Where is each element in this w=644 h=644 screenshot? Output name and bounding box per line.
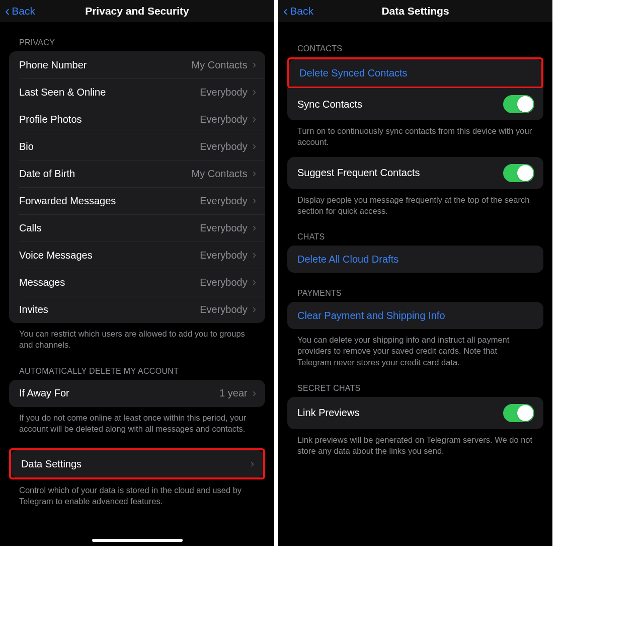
highlight-delete-synced: Delete Synced Contacts [287,57,543,89]
row-dob[interactable]: Date of Birth My Contacts › [9,160,265,187]
row-label: Data Settings [21,458,246,470]
row-label: Delete All Cloud Drafts [297,254,534,265]
row-value: Everybody [200,114,248,125]
payments-footer: You can delete your shipping info and in… [278,329,552,368]
row-label: Suggest Frequent Contacts [297,167,503,179]
back-button[interactable]: ‹ Back [283,4,313,18]
row-messages[interactable]: Messages Everybody › [9,269,265,296]
back-label: Back [12,5,35,17]
contacts-group-rest: Sync Contacts [287,88,543,120]
row-phone-number[interactable]: Phone Number My Contacts › [9,51,265,78]
autodelete-group: If Away For 1 year › [9,380,265,407]
row-label: Delete Synced Contacts [299,67,532,79]
link-previews-toggle[interactable] [503,404,534,422]
chevron-right-icon: › [253,276,256,289]
row-value: Everybody [200,222,248,234]
row-value: Everybody [200,277,248,288]
row-delete-synced-contacts[interactable]: Delete Synced Contacts [289,59,541,87]
row-label: If Away For [19,387,219,399]
privacy-security-screen: ‹ Back Privacy and Security PRIVACY Phon… [0,0,274,546]
row-clear-payment-info[interactable]: Clear Payment and Shipping Info [287,302,543,329]
row-label: Profile Photos [19,114,200,125]
row-suggest-frequent[interactable]: Suggest Frequent Contacts [287,157,543,189]
chevron-right-icon: › [253,194,256,207]
chevron-right-icon: › [253,113,256,126]
chevron-right-icon: › [251,457,254,470]
chevron-right-icon: › [253,167,256,180]
sync-contacts-toggle[interactable] [503,95,534,113]
row-label: Bio [19,141,200,152]
link-previews-footer: Link previews will be generated on Teleg… [278,429,552,457]
row-label: Calls [19,222,200,234]
section-header-contacts: CONTACTS [278,22,552,57]
row-label: Messages [19,277,200,288]
chevron-left-icon: ‹ [5,4,10,18]
privacy-footer: You can restrict which users are allowed… [0,323,274,351]
privacy-group: Phone Number My Contacts › Last Seen & O… [9,51,265,323]
chevron-right-icon: › [253,58,256,71]
row-bio[interactable]: Bio Everybody › [9,133,265,160]
row-last-seen[interactable]: Last Seen & Online Everybody › [9,78,265,106]
row-delete-cloud-drafts[interactable]: Delete All Cloud Drafts [287,246,543,273]
row-value: Everybody [200,141,248,152]
section-header-privacy: PRIVACY [0,22,274,51]
section-header-payments: PAYMENTS [278,273,552,302]
row-label: Phone Number [19,59,192,71]
row-label: Sync Contacts [297,99,503,110]
row-value: Everybody [200,195,248,207]
suggest-toggle[interactable] [503,164,534,182]
row-label: Date of Birth [19,168,192,180]
chevron-right-icon: › [253,221,256,234]
data-settings-screen: ‹ Back Data Settings CONTACTS Delete Syn… [278,0,552,546]
row-invites[interactable]: Invites Everybody › [9,296,265,323]
row-voice-msgs[interactable]: Voice Messages Everybody › [9,242,265,269]
row-label: Invites [19,304,200,315]
page-title: Privacy and Security [0,5,274,17]
chevron-right-icon: › [253,249,256,262]
chevron-right-icon: › [253,86,256,99]
section-header-autodelete: AUTOMATICALLY DELETE MY ACCOUNT [0,351,274,380]
chevron-right-icon: › [253,303,256,316]
chats-group: Delete All Cloud Drafts [287,246,543,273]
data-settings-footer: Control which of your data is stored in … [0,479,274,507]
row-sync-contacts[interactable]: Sync Contacts [287,88,543,120]
back-label: Back [290,5,313,17]
secret-group: Link Previews [287,397,543,429]
row-label: Last Seen & Online [19,87,200,98]
section-header-chats: CHATS [278,216,552,246]
navbar: ‹ Back Privacy and Security [0,0,274,22]
chevron-right-icon: › [253,387,256,400]
row-link-previews[interactable]: Link Previews [287,397,543,429]
back-button[interactable]: ‹ Back [5,4,35,18]
suggest-group: Suggest Frequent Contacts [287,157,543,189]
row-profile-photos[interactable]: Profile Photos Everybody › [9,106,265,133]
section-header-secret-chats: SECRET CHATS [278,368,552,397]
row-value: My Contacts [192,168,248,180]
row-value: Everybody [200,304,248,315]
highlight-data-settings: Data Settings › [9,448,265,479]
row-label: Forwarded Messages [19,195,200,207]
row-label: Link Previews [297,407,503,419]
row-value: 1 year [219,387,248,399]
home-indicator[interactable] [92,539,183,542]
row-calls[interactable]: Calls Everybody › [9,214,265,242]
row-forwarded[interactable]: Forwarded Messages Everybody › [9,187,265,214]
navbar: ‹ Back Data Settings [278,0,552,22]
row-value: Everybody [200,87,248,98]
row-data-settings[interactable]: Data Settings › [11,450,263,477]
sync-contacts-footer: Turn on to continuously sync contacts fr… [278,120,552,148]
suggest-footer: Display people you message frequently at… [278,189,552,217]
payments-group: Clear Payment and Shipping Info [287,302,543,329]
autodelete-footer: If you do not come online at least once … [0,407,274,435]
row-if-away-for[interactable]: If Away For 1 year › [9,380,265,407]
row-label: Voice Messages [19,250,200,261]
row-value: Everybody [200,250,248,261]
chevron-right-icon: › [253,140,256,153]
chevron-left-icon: ‹ [283,4,288,18]
row-value: My Contacts [192,59,248,71]
row-label: Clear Payment and Shipping Info [297,310,534,321]
page-title: Data Settings [278,5,552,17]
